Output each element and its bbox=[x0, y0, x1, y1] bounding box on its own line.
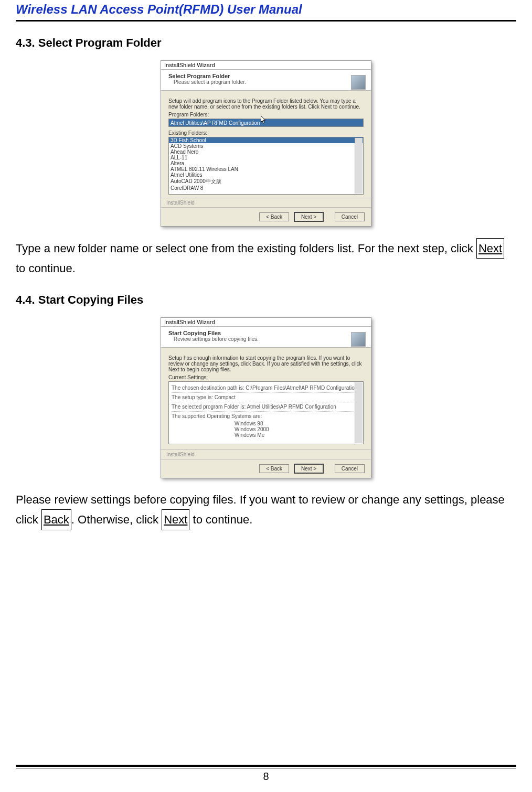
mouse-cursor-icon bbox=[261, 116, 267, 124]
settings-line: The setup type is: Compact bbox=[172, 393, 360, 402]
list-item[interactable]: Atmel Utilities bbox=[169, 172, 363, 178]
next-reference: Next bbox=[162, 509, 189, 530]
list-item[interactable]: ALL-11 bbox=[169, 155, 363, 160]
wizard-dialog-select-program-folder: InstallShield Wizard Select Program Fold… bbox=[161, 60, 371, 227]
text-cursor-icon: I bbox=[256, 384, 257, 390]
section-4-4-heading: 4.4. Start Copying Files bbox=[16, 293, 516, 307]
back-button[interactable]: < Back bbox=[259, 464, 289, 473]
wizard-brand: InstallShield bbox=[161, 198, 371, 207]
header-rule bbox=[16, 20, 516, 22]
text-fragment: Type a new folder name or select one fro… bbox=[16, 242, 476, 255]
list-item[interactable]: AutoCAD 2000中文版 bbox=[169, 178, 363, 185]
wizard-titlebar: InstallShield Wizard bbox=[161, 61, 371, 70]
wizard-brand: InstallShield bbox=[161, 449, 371, 459]
existing-folders-listbox[interactable]: 3D Fish School ACD Systems Ahead Nero AL… bbox=[168, 137, 364, 195]
settings-line: The supported Operating Systems are: bbox=[172, 412, 360, 421]
section-4-3-heading: 4.3. Select Program Folder bbox=[16, 36, 516, 50]
wizard-header: Select Program Folder Please select a pr… bbox=[161, 70, 371, 91]
wizard-title: Select Program Folder bbox=[168, 73, 366, 79]
wizard-header: Start Copying Files Review settings befo… bbox=[161, 327, 371, 348]
current-settings-box[interactable]: The chosen destination path is: C:\Progr… bbox=[168, 381, 364, 444]
doc-header: Wireless LAN Access Point(RFMD) User Man… bbox=[16, 0, 516, 17]
settings-os: Windows Me bbox=[235, 432, 360, 438]
wizard-button-row: < Back Next > Cancel bbox=[161, 459, 371, 478]
cancel-button[interactable]: Cancel bbox=[335, 212, 365, 221]
page-footer: 8 bbox=[16, 765, 516, 783]
page-number: 8 bbox=[16, 770, 516, 783]
current-settings-label: Current Settings: bbox=[168, 374, 364, 380]
listbox-scrollbar[interactable] bbox=[355, 138, 363, 194]
wizard-dialog-start-copying: InstallShield Wizard Start Copying Files… bbox=[161, 317, 371, 478]
wizard-subtitle: Please select a program folder. bbox=[174, 79, 366, 85]
wizard-title: Start Copying Files bbox=[168, 330, 366, 336]
section-4-3-text: Type a new folder name or select one fro… bbox=[16, 238, 516, 279]
list-item[interactable]: CorelDRAW 8 bbox=[169, 185, 363, 191]
wizard-description: Setup has enough information to start co… bbox=[168, 355, 364, 372]
text-fragment: . Otherwise, click bbox=[71, 513, 162, 526]
list-item[interactable]: Ahead Nero bbox=[169, 149, 363, 155]
wizard-description: Setup will add program icons to the Prog… bbox=[168, 98, 364, 110]
section-4-4-text: Please review settings before copying fi… bbox=[16, 490, 516, 530]
settings-line: The selected program Folder is: Atmel Ut… bbox=[172, 402, 360, 412]
installer-logo-icon bbox=[351, 332, 366, 347]
existing-folders-label: Existing Folders: bbox=[168, 130, 364, 136]
list-item[interactable]: Altera bbox=[169, 160, 363, 166]
next-reference: Next bbox=[476, 238, 504, 259]
wizard-titlebar: InstallShield Wizard bbox=[161, 318, 371, 327]
wizard-subtitle: Review settings before copying files. bbox=[174, 336, 366, 342]
text-fragment: to continue. bbox=[16, 262, 76, 275]
next-button[interactable]: Next > bbox=[294, 212, 324, 222]
list-item[interactable]: 3D Fish School bbox=[169, 137, 363, 143]
settings-os: Windows 98 bbox=[235, 421, 360, 426]
footer-rule bbox=[16, 765, 516, 768]
list-item[interactable]: ATMEL 802.11 Wireless LAN bbox=[169, 166, 363, 172]
text-fragment: to continue. bbox=[189, 513, 252, 526]
cancel-button[interactable]: Cancel bbox=[335, 464, 365, 473]
settings-line: The chosen destination path is: C:\Progr… bbox=[172, 383, 360, 393]
back-reference: Back bbox=[41, 509, 71, 530]
wizard-button-row: < Back Next > Cancel bbox=[161, 207, 371, 226]
list-item[interactable]: ACD Systems bbox=[169, 143, 363, 149]
review-scrollbar[interactable] bbox=[355, 382, 363, 443]
next-button[interactable]: Next > bbox=[294, 464, 324, 474]
settings-os: Windows 2000 bbox=[235, 426, 360, 432]
back-button[interactable]: < Back bbox=[259, 212, 289, 221]
installer-logo-icon bbox=[351, 75, 366, 90]
